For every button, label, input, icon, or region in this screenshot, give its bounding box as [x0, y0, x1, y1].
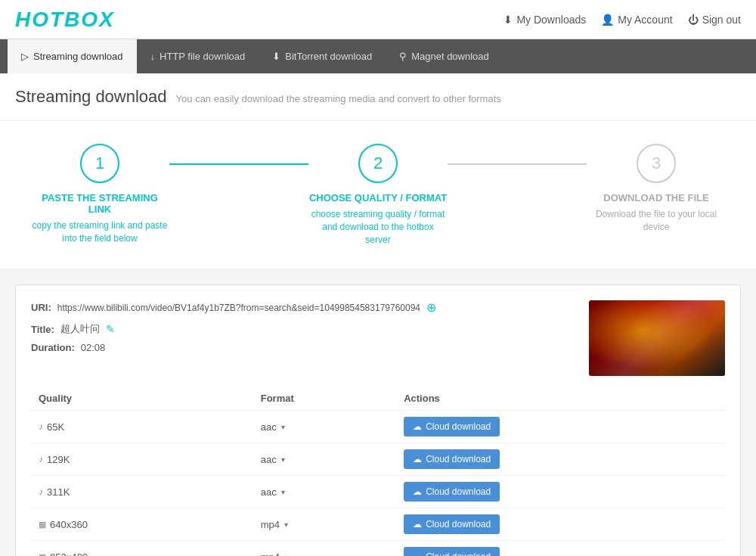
audio-icon: ♪ [39, 486, 43, 497]
format-cell[interactable]: aac ▾ [253, 411, 396, 443]
logo: HOTBOX [15, 8, 115, 32]
step-3: 3 DOWNLOAD THE FILE Download the file to… [587, 144, 726, 234]
step-3-circle: 3 [637, 144, 676, 183]
streaming-tab-icon: ▷ [21, 51, 29, 62]
bittorrent-tab-label: BitTorrent download [285, 51, 372, 62]
magnet-tab-label: Magnet download [411, 51, 489, 62]
http-tab-label: HTTP file download [160, 51, 245, 62]
my-downloads-link[interactable]: ⬇ My Downloads [503, 14, 586, 26]
streaming-tab-label: Streaming download [33, 51, 123, 62]
chevron-down-icon: ▾ [284, 553, 288, 556]
cloud-download-button[interactable]: ☁ Cloud download [404, 547, 500, 556]
step-3-title: DOWNLOAD THE FILE [603, 192, 708, 203]
action-cell: ☁ Cloud download [396, 411, 725, 443]
card-header: URI: https://www.bilibili.com/video/BV1a… [31, 300, 725, 376]
page-subtitle: You can easily download the streaming me… [176, 93, 501, 104]
chevron-down-icon: ▾ [284, 520, 288, 529]
table-row: ▦ 640x360 mp4 ▾ ☁ Cloud download [31, 508, 725, 541]
format-cell[interactable]: aac ▾ [253, 476, 396, 508]
tab-streaming[interactable]: ▷ Streaming download [8, 39, 137, 73]
bittorrent-tab-icon: ⬇ [272, 51, 280, 62]
step-1: 1 PASTE THE STREAMING LINK copy the stre… [30, 144, 169, 245]
my-downloads-label: My Downloads [516, 14, 586, 26]
cloud-download-button[interactable]: ☁ Cloud download [404, 417, 500, 436]
chevron-down-icon: ▾ [281, 488, 285, 496]
chevron-down-icon: ▾ [281, 455, 285, 464]
step-2-title: CHOOSE QUALITY / FORMAT [309, 192, 447, 203]
audio-icon: ♪ [39, 454, 43, 464]
sign-out-link[interactable]: ⏻ Sign out [688, 14, 741, 26]
cloud-download-label: Cloud download [426, 519, 491, 530]
quality-value: 640x360 [50, 519, 88, 530]
format-cell[interactable]: aac ▾ [253, 443, 396, 476]
uri-label: URI: [31, 302, 51, 313]
cloud-download-button[interactable]: ☁ Cloud download [404, 514, 500, 534]
format-value: aac [261, 486, 277, 498]
action-cell: ☁ Cloud download [396, 443, 725, 476]
cloud-download-label: Cloud download [426, 486, 491, 497]
sign-out-label: Sign out [702, 14, 741, 26]
format-value: mp4 [261, 519, 280, 530]
copy-icon[interactable]: ⊕ [426, 300, 436, 315]
step-2-desc: choose streaming quality / format and do… [308, 208, 448, 246]
step-2-circle: 2 [358, 144, 398, 183]
title-label: Title: [31, 324, 54, 335]
cloud-icon: ☁ [413, 421, 422, 432]
step-1-title: PASTE THE STREAMING LINK [30, 192, 169, 215]
edit-icon[interactable]: ✎ [106, 323, 115, 335]
cloud-download-button[interactable]: ☁ Cloud download [404, 482, 500, 502]
tab-bittorrent[interactable]: ⬇ BitTorrent download [259, 39, 386, 73]
step-3-desc: Download the file to your local device [587, 208, 726, 234]
quality-cell: ▦ 640x360 [31, 508, 253, 541]
my-account-link[interactable]: 👤 My Account [601, 14, 672, 26]
account-icon: 👤 [601, 14, 614, 26]
thumbnail-overlay [589, 300, 725, 376]
action-cell: ☁ Cloud download [396, 476, 725, 508]
header: HOTBOX ⬇ My Downloads 👤 My Account ⏻ Sig… [0, 0, 756, 39]
quality-cell: ♪ 65K [31, 411, 253, 443]
tab-http[interactable]: ↓ HTTP file download [137, 39, 259, 73]
signout-icon: ⏻ [688, 14, 699, 26]
duration-value: 02:08 [81, 342, 106, 353]
magnet-tab-icon: ⚲ [399, 51, 407, 62]
chevron-down-icon: ▾ [281, 423, 285, 431]
cloud-download-label: Cloud download [426, 421, 491, 432]
video-thumbnail [589, 300, 725, 376]
header-nav: ⬇ My Downloads 👤 My Account ⏻ Sign out [503, 14, 741, 26]
table-row: ♪ 129K aac ▾ ☁ Cloud download [31, 443, 725, 476]
title-value: 超人叶问 [60, 322, 100, 336]
table-header-row: Quality Format Actions [31, 387, 725, 411]
page-title: Streaming download [15, 87, 167, 107]
duration-label: Duration: [31, 342, 75, 353]
quality-value: 129K [47, 454, 70, 465]
cloud-download-label: Cloud download [426, 454, 491, 464]
downloads-icon: ⬇ [503, 14, 513, 26]
content-area: URI: https://www.bilibili.com/video/BV1a… [0, 269, 756, 556]
quality-cell: ♪ 311K [31, 476, 253, 508]
table-row: ♪ 65K aac ▾ ☁ Cloud download [31, 411, 725, 443]
cloud-icon: ☁ [413, 519, 422, 530]
my-account-label: My Account [618, 14, 672, 26]
quality-value: 852x480 [50, 551, 88, 556]
tab-magnet[interactable]: ⚲ Magnet download [386, 39, 503, 73]
uri-row: URI: https://www.bilibili.com/video/BV1a… [31, 300, 589, 315]
quality-value: 65K [47, 421, 64, 433]
uri-value: https://www.bilibili.com/video/BV1af4y1b… [57, 303, 420, 313]
step-connector-2 [448, 163, 587, 165]
video-icon: ▦ [39, 520, 46, 530]
duration-row: Duration: 02:08 [31, 342, 589, 353]
format-cell[interactable]: mp4 ▾ [253, 508, 396, 541]
step-connector-1 [169, 163, 308, 165]
quality-cell: ♪ 129K [31, 443, 253, 476]
title-row: Title: 超人叶问 ✎ [31, 322, 589, 336]
table-row: ▦ 852x480 mp4 ▾ ☁ Cloud download [31, 541, 725, 556]
cloud-download-button[interactable]: ☁ Cloud download [404, 449, 500, 469]
http-tab-icon: ↓ [150, 51, 156, 62]
download-table: Quality Format Actions ♪ 65K aac ▾ ☁ Clo… [31, 387, 725, 556]
cloud-icon: ☁ [413, 551, 422, 556]
action-cell: ☁ Cloud download [396, 508, 725, 541]
tab-bar: ▷ Streaming download ↓ HTTP file downloa… [0, 39, 756, 73]
format-cell[interactable]: mp4 ▾ [253, 541, 396, 556]
quality-cell: ▦ 852x480 [31, 541, 253, 556]
cloud-download-label: Cloud download [426, 551, 491, 556]
